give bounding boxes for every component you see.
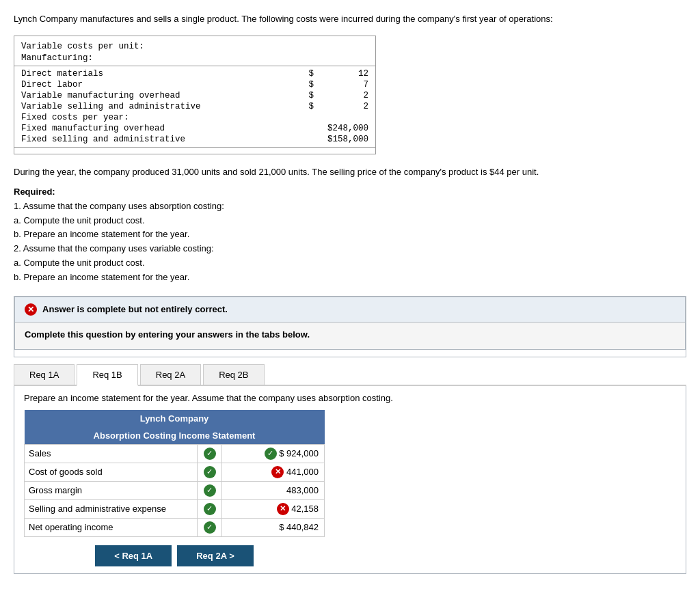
cost-row: Fixed costs per year: — [14, 112, 375, 123]
row-value: 483,000 — [222, 481, 325, 499]
table-row: Cost of goods sold ✓ ✕ 441,000 — [25, 463, 325, 481]
row-label: Cost of goods sold — [25, 463, 198, 481]
problem-intro: Lynch Company manufactures and sells a s… — [14, 12, 677, 26]
cost-row-dollar — [300, 124, 314, 133]
cost-row-value — [314, 113, 368, 122]
table-title-row2: Absorption Costing Income Statement — [25, 427, 325, 445]
error-icon: ✕ — [25, 303, 37, 316]
required-item: 2. Assume that the company uses variable… — [14, 242, 686, 256]
row-check1: ✓ — [198, 444, 222, 463]
complete-section: Complete this question by entering your … — [14, 322, 686, 350]
row-check1: ✓ — [198, 481, 222, 499]
check-red-icon: ✕ — [271, 466, 284, 478]
required-title: Required: — [14, 185, 686, 200]
cost-row-label: Variable manufacturing overhead — [21, 91, 300, 100]
cost-row-dollar: $ — [300, 80, 314, 90]
cost-row-dollar — [300, 135, 314, 144]
table-row: Sales ✓ ✓ $ 924,000 — [25, 444, 325, 463]
nav-buttons: < Req 1A Req 2A > — [24, 545, 325, 566]
row-label: Selling and administrative expense — [25, 499, 198, 518]
check-green-icon: ✓ — [204, 448, 216, 460]
cost-row-label: Fixed costs per year: — [21, 113, 300, 122]
cost-row: Direct labor $ 7 — [14, 79, 375, 90]
row-value: ✓ $ 924,000 — [222, 444, 325, 463]
cost-row-dollar — [300, 113, 314, 122]
cost-row-label: Fixed selling and administrative — [21, 135, 300, 144]
cost-table-subheader: Manufacturing: — [21, 53, 93, 63]
tab-req2b[interactable]: Req 2B — [203, 364, 264, 385]
table-row: Selling and administrative expense ✓ ✕ 4… — [25, 499, 325, 518]
cost-row-label: Fixed manufacturing overhead — [21, 124, 300, 133]
required-item: b. Prepare an income statement for the y… — [14, 271, 686, 285]
production-text: During the year, the company produced 31… — [14, 165, 686, 179]
prev-button[interactable]: < Req 1A — [95, 545, 172, 566]
cost-row-label: Direct labor — [21, 80, 300, 90]
cost-row: Fixed selling and administrative $158,00… — [14, 134, 375, 145]
cost-row-value: 7 — [314, 80, 368, 90]
tab-req1b[interactable]: Req 1B — [77, 364, 137, 386]
check-green-icon: ✓ — [204, 484, 216, 497]
check-green-icon: ✓ — [204, 503, 216, 515]
cost-row-dollar: $ — [300, 102, 314, 111]
cost-row-dollar: $ — [300, 69, 314, 79]
tab-req2a[interactable]: Req 2A — [140, 364, 201, 385]
table-row: Gross margin ✓ 483,000 — [25, 481, 325, 499]
check-green-icon: ✓ — [204, 466, 216, 478]
cost-row-value: 2 — [314, 91, 368, 100]
check-red-icon: ✕ — [277, 503, 289, 515]
cost-table: Variable costs per unit: Manufacturing: … — [14, 36, 376, 154]
cost-row-value: $248,000 — [314, 124, 368, 133]
row-value: ✕ 441,000 — [222, 463, 325, 481]
required-item: a. Compute the unit product cost. — [14, 214, 686, 228]
req-instruction: Prepare an income statement for the year… — [24, 393, 676, 403]
required-item: a. Compute the unit product cost. — [14, 256, 686, 271]
required-item: b. Prepare an income statement for the y… — [14, 228, 686, 242]
next-button[interactable]: Req 2A > — [177, 545, 254, 566]
required-item: 1. Assume that the company uses absorpti… — [14, 200, 686, 214]
cost-row-value: 12 — [314, 69, 368, 79]
table-row: Net operating income ✓ $ 440,842 — [25, 518, 325, 536]
row-check1: ✓ — [198, 499, 222, 518]
cost-row-label: Direct materials — [21, 69, 300, 79]
cost-row-value: 2 — [314, 102, 368, 111]
answer-section: ✕ Answer is complete but not entirely co… — [14, 296, 686, 357]
row-check1: ✓ — [198, 463, 222, 481]
row-label: Gross margin — [25, 481, 198, 499]
cost-row: Direct materials $ 12 — [14, 68, 375, 79]
row-value: ✕ 42,158 — [222, 499, 325, 518]
cost-row-label: Variable selling and administrative — [21, 102, 300, 111]
cost-table-header: Variable costs per unit: — [21, 42, 144, 51]
tabs-row: Req 1AReq 1BReq 2AReq 2B — [14, 364, 686, 386]
income-statement-table: Lynch Company Absorption Costing Income … — [24, 410, 325, 537]
complete-text: Complete this question by entering your … — [25, 329, 675, 340]
cost-row: Variable selling and administrative $ 2 — [14, 101, 375, 112]
income-table-wrapper: Lynch Company Absorption Costing Income … — [24, 410, 325, 566]
cost-row-dollar: $ — [300, 91, 314, 100]
req-content: Prepare an income statement for the year… — [14, 386, 686, 574]
row-label: Sales — [25, 444, 198, 463]
table-title-row1: Lynch Company — [25, 410, 325, 427]
cost-row: Variable manufacturing overhead $ 2 — [14, 90, 375, 101]
cost-row: Fixed manufacturing overhead $248,000 — [14, 123, 375, 134]
tab-req1a[interactable]: Req 1A — [14, 364, 75, 385]
answer-banner: ✕ Answer is complete but not entirely co… — [14, 297, 686, 322]
cost-row-value: $158,000 — [314, 135, 368, 144]
required-section: Required: 1. Assume that the company use… — [14, 185, 686, 285]
check-green2-icon: ✓ — [265, 448, 277, 460]
answer-banner-text: Answer is complete but not entirely corr… — [42, 304, 228, 314]
check-green-icon: ✓ — [204, 521, 216, 534]
row-value: $ 440,842 — [222, 518, 325, 536]
row-label: Net operating income — [25, 518, 198, 536]
row-check1: ✓ — [198, 518, 222, 536]
